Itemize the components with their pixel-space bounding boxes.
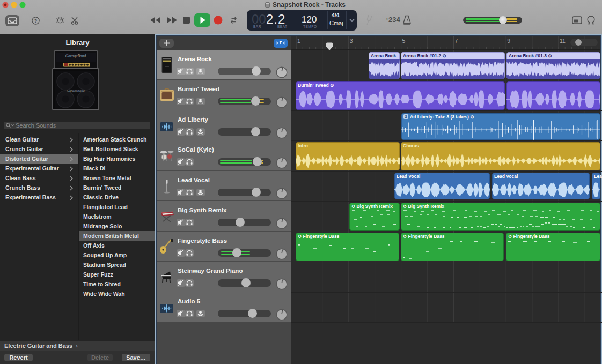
svg-text:GarageBand: GarageBand bbox=[65, 54, 86, 58]
svg-text:9: 9 bbox=[507, 38, 510, 44]
svg-text:1: 1 bbox=[297, 38, 300, 44]
svg-text:?: ? bbox=[34, 18, 38, 24]
svg-text:5: 5 bbox=[402, 38, 406, 44]
svg-text:7: 7 bbox=[454, 38, 458, 44]
svg-text:GarageBand: GarageBand bbox=[67, 88, 85, 92]
svg-text:11: 11 bbox=[560, 38, 566, 44]
svg-text:3: 3 bbox=[350, 38, 353, 44]
